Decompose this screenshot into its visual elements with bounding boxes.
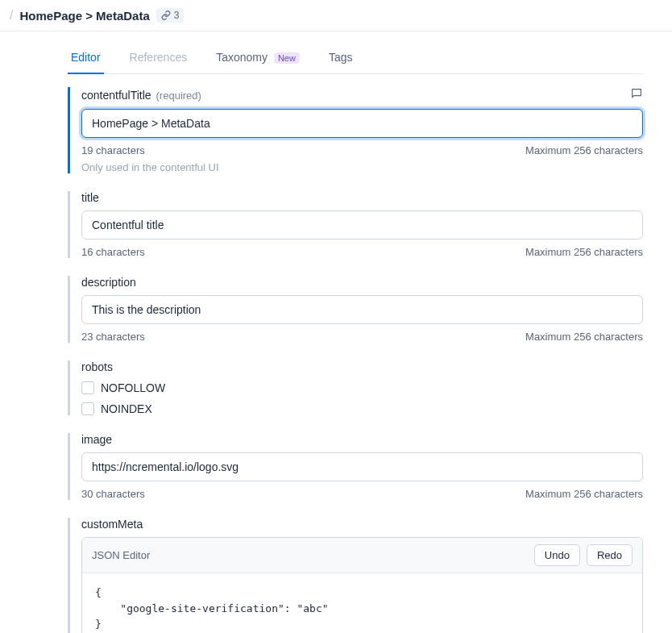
contentful-title-maxhint: Maximum 256 characters [525,144,643,156]
field-label-image: image [81,433,112,446]
required-hint: (required) [156,90,201,102]
json-editor-title: JSON Editor [92,549,150,561]
image-charcount: 30 characters [81,488,145,500]
redo-button[interactable]: Redo [587,544,633,566]
title-charcount: 16 characters [81,246,145,258]
contentful-title-charcount: 19 characters [81,144,145,156]
breadcrumb-title: HomePage > MetaData [19,9,149,23]
description-charcount: 23 characters [81,331,145,343]
main-content: Editor References Taxonomy New Tags cont… [0,31,672,633]
field-title: title 16 characters Maximum 256 characte… [68,191,643,258]
checkbox-box [81,402,94,415]
page-header: / HomePage > MetaData 3 [0,0,672,31]
tabs: Editor References Taxonomy New Tags [68,43,643,74]
field-label-contentful-title: contentfulTitle [81,89,151,102]
checkbox-nofollow[interactable]: NOFOLLOW [81,381,643,394]
description-input[interactable] [81,295,643,324]
field-description: description 23 characters Maximum 256 ch… [68,276,643,343]
field-robots: robots NOFOLLOW NOINDEX [68,360,643,415]
field-label-description: description [81,276,136,289]
tab-taxonomy-label: Taxonomy [216,51,268,64]
comment-icon[interactable] [630,87,643,102]
tab-editor[interactable]: Editor [68,43,104,73]
contentful-title-help: Only used in the contentful UI [81,161,643,173]
checkbox-box [81,381,94,394]
description-maxhint: Maximum 256 characters [525,331,643,343]
new-badge: New [274,52,300,64]
breadcrumb-separator: / [10,8,13,23]
image-input[interactable] [81,452,643,481]
field-label-custom-meta: customMeta [81,518,143,531]
checkbox-noindex-label: NOINDEX [101,402,152,415]
json-editor: JSON Editor Undo Redo { "google-site-ver… [81,537,643,633]
field-image: image 30 characters Maximum 256 characte… [68,433,643,500]
linked-entries-count: 3 [174,10,180,21]
tab-references[interactable]: References [127,43,191,73]
undo-button[interactable]: Undo [534,544,580,566]
tab-tags[interactable]: Tags [326,43,356,73]
json-code-area[interactable]: { "google-site-verification": "abc" } [82,573,642,633]
field-label-robots: robots [81,360,113,373]
image-maxhint: Maximum 256 characters [525,488,643,500]
title-maxhint: Maximum 256 characters [525,246,643,258]
link-icon [161,10,171,20]
field-custom-meta: customMeta JSON Editor Undo Redo { "goog… [68,518,643,633]
title-input[interactable] [81,210,643,239]
tab-taxonomy[interactable]: Taxonomy New [213,43,303,73]
checkbox-noindex[interactable]: NOINDEX [81,402,643,415]
linked-entries-badge[interactable]: 3 [156,8,185,23]
contentful-title-input[interactable] [81,109,643,138]
field-label-title: title [81,191,99,204]
json-toolbar: JSON Editor Undo Redo [82,538,642,573]
checkbox-nofollow-label: NOFOLLOW [101,381,165,394]
field-contentful-title: contentfulTitle (required) 19 characters… [68,87,643,173]
